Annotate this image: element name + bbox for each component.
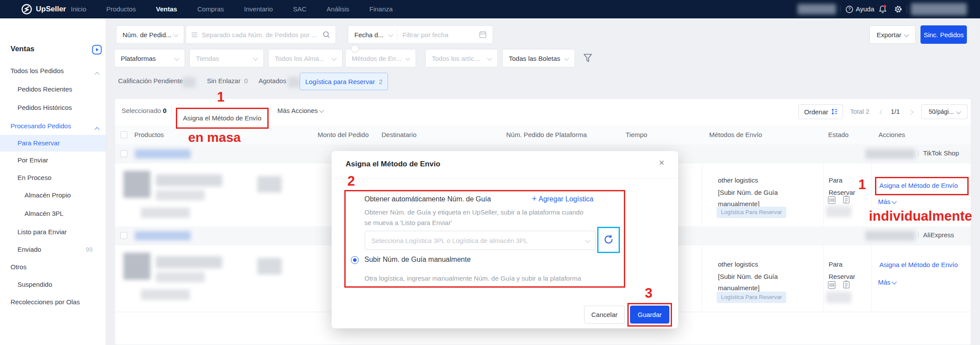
- blurred-order-number-link[interactable]: [135, 149, 191, 158]
- tab-count: 2: [379, 78, 382, 85]
- page-indicator: 1/1: [891, 108, 900, 115]
- sidebar-item-almacen-propio[interactable]: Almacén Propio: [24, 188, 71, 202]
- blurred-store-selector[interactable]: [911, 3, 967, 15]
- assign-shipping-method-row-link[interactable]: Asigna el Método de Envío: [879, 261, 958, 268]
- annotation-individualmente: individualmente: [869, 208, 972, 224]
- platform-label: TikTok Shop: [923, 149, 959, 157]
- radio-auto-tracking[interactable]: [351, 45, 359, 53]
- warehouses-select[interactable]: Todos los Alma...: [268, 49, 343, 67]
- blurred-product-text: [156, 272, 205, 282]
- tab-logistica-para-reservar[interactable]: Logística para Reservar 2: [300, 73, 388, 90]
- sidebar-item-por-enviar[interactable]: Por Enviar: [18, 153, 48, 167]
- shipping-method-line: other logistics: [718, 260, 758, 269]
- status-line: Para: [829, 260, 843, 269]
- blurred-order-number-link[interactable]: [135, 231, 191, 240]
- sync-orders-button[interactable]: Sinc. Pedidos: [920, 25, 967, 44]
- more-actions-dropdown[interactable]: Más Acciones: [277, 107, 323, 114]
- prev-page-icon[interactable]: [880, 109, 884, 116]
- sidebar-item-pedidos-recientes[interactable]: Pedidos Recientes: [18, 82, 72, 96]
- row-more-dropdown[interactable]: Más: [878, 198, 896, 205]
- col-header-estado: Estado: [828, 125, 849, 144]
- status-line: Reservar: [829, 188, 855, 197]
- row-checkbox[interactable]: [120, 232, 127, 239]
- blurred-product-text: [141, 208, 190, 218]
- blurred-status-extra: [826, 292, 851, 303]
- order-number-field-select[interactable]: Núm. de Pedid...: [116, 25, 184, 44]
- notification-bell-icon[interactable]: [878, 5, 887, 14]
- sidebar-item-otros[interactable]: Otros: [10, 260, 27, 274]
- date-field-select[interactable]: Fecha d...: [354, 31, 384, 39]
- barcode-icon[interactable]: [828, 196, 836, 204]
- blurred-account-selector[interactable]: [798, 4, 836, 14]
- help-label[interactable]: Ayuda: [856, 0, 874, 18]
- tutorial-play-icon[interactable]: [92, 45, 102, 55]
- filter-funnel-icon[interactable]: [583, 53, 593, 63]
- platforms-select[interactable]: Plataformas: [114, 49, 185, 67]
- date-filter-placeholder: Filtrar por fecha: [402, 31, 479, 39]
- page-size-select[interactable]: 50/pági...: [921, 104, 968, 119]
- clipboard-icon[interactable]: [843, 280, 850, 289]
- blurred-count: [288, 77, 300, 88]
- sort-button[interactable]: Ordenar: [798, 104, 843, 119]
- sidebar-item-todos-los-pedidos[interactable]: Todos los Pedidos: [10, 64, 64, 78]
- nav-item-ventas[interactable]: Ventas: [156, 0, 177, 18]
- selected-counter: Seleccionado 0: [122, 107, 167, 114]
- sidebar-item-pedidos-historicos[interactable]: Pedidos Históricos: [18, 101, 72, 115]
- sidebar-item-procesando-pedidos[interactable]: Procesando Pedidos: [10, 119, 71, 133]
- cancel-button[interactable]: Cancelar: [584, 306, 625, 324]
- barcode-icon[interactable]: [828, 281, 836, 289]
- search-icon[interactable]: [323, 31, 330, 39]
- tab-calificacion-pendiente[interactable]: Calificación Pendiente: [118, 77, 183, 84]
- upseller-logo-icon[interactable]: [21, 4, 32, 15]
- nav-item-analisis[interactable]: Análisis: [327, 0, 350, 18]
- next-page-icon[interactable]: [909, 109, 913, 116]
- nav-item-productos[interactable]: Productos: [106, 0, 136, 18]
- articles-select[interactable]: Todos los artíc...: [425, 49, 498, 67]
- nav-item-compras[interactable]: Compras: [197, 0, 224, 18]
- stores-select[interactable]: Tiendas: [189, 49, 264, 67]
- logistics-tag: Logística Para Reservar: [717, 207, 786, 218]
- tab-agotados[interactable]: Agotados: [259, 77, 286, 84]
- help-icon[interactable]: ?: [846, 6, 853, 13]
- sidebar-item-listo-para-enviar[interactable]: Listo para Enviar: [18, 225, 67, 239]
- receipts-select[interactable]: Todas las Boletas: [502, 49, 575, 67]
- tab-sin-enlazar[interactable]: Sin Enlazar 0: [207, 77, 248, 84]
- blurred-store-name: [865, 149, 915, 159]
- close-icon[interactable]: ×: [659, 157, 665, 169]
- status-line: Reservar: [829, 272, 855, 281]
- settings-gear-icon[interactable]: [894, 5, 902, 13]
- nav-item-sac[interactable]: SAC: [293, 0, 307, 18]
- row-checkbox[interactable]: [120, 150, 127, 157]
- column-separator: [872, 245, 872, 312]
- nav-item-finanza[interactable]: Finanza: [369, 0, 392, 18]
- select-all-checkbox[interactable]: [120, 131, 127, 138]
- row-more-dropdown[interactable]: Más: [878, 278, 896, 286]
- blurred-status-extra: [826, 206, 851, 217]
- brand-name[interactable]: UpSeller: [36, 0, 66, 18]
- nav-item-inventario[interactable]: Inventario: [244, 0, 273, 18]
- blurred-amount: [257, 176, 282, 193]
- top-navigation-bar: UpSeller Inicio Productos Ventas Compras…: [0, 0, 980, 18]
- col-header-destinatario: Destinatario: [382, 125, 416, 144]
- col-header-monto: Monto del Pedido: [318, 125, 369, 144]
- modal-divider: [332, 178, 678, 179]
- sidebar-item-almacen-3pl[interactable]: Almacén 3PL: [24, 207, 63, 221]
- shipping-method-line: other logistics: [718, 176, 758, 185]
- sidebar-item-en-proceso[interactable]: En Proceso: [18, 171, 52, 185]
- annotation-step-1-bulk: 1: [217, 89, 224, 105]
- sidebar-item-recolecciones-por-olas[interactable]: Recolecciones por Olas: [10, 295, 80, 309]
- order-search-input[interactable]: Separado cada Núm. de Pedidos por ...: [186, 25, 336, 44]
- shipping-method-line: [Subir Núm. de Guía: [718, 188, 778, 197]
- clipboard-icon[interactable]: [843, 195, 850, 204]
- sidebar-item-para-reservar[interactable]: Para Reservar: [18, 136, 60, 150]
- platform-label: AliExpress: [923, 231, 954, 239]
- calendar-icon: [479, 31, 486, 39]
- sidebar-item-suspendido[interactable]: Suspendido: [18, 278, 52, 292]
- col-header-metodos: Métodos de Envío: [709, 125, 762, 144]
- sidebar-item-enviado[interactable]: Enviado: [18, 243, 41, 257]
- hamburger-icon: [191, 32, 198, 38]
- nav-item-inicio[interactable]: Inicio: [71, 0, 86, 18]
- export-button[interactable]: Exportar: [869, 25, 916, 44]
- chevron-up-icon: [95, 69, 99, 77]
- date-filter-group[interactable]: Fecha d... Filtrar por fecha: [348, 25, 493, 44]
